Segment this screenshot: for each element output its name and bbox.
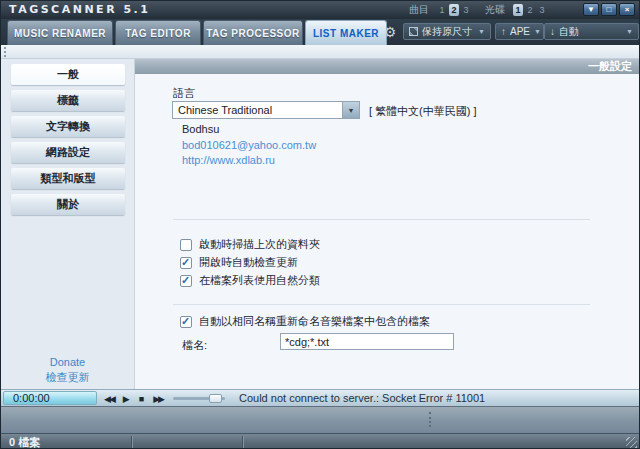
- disc-counter-buttons: 1 2 3: [513, 4, 547, 16]
- language-select-button[interactable]: ▼: [342, 102, 359, 118]
- thumbnail-size-icon: [409, 27, 418, 36]
- translator-name: Bodhsu: [182, 123, 219, 135]
- stop-button[interactable]: ■: [139, 394, 144, 404]
- option-rename-companion-files[interactable]: 自動以相同名稱重新命名音樂檔案中包含的檔案: [180, 315, 430, 328]
- sidebar-links: Donate 檢查更新: [1, 355, 134, 385]
- check-updates-link[interactable]: 檢查更新: [1, 370, 134, 385]
- chevron-down-icon: ▼: [348, 107, 355, 114]
- track-version-2-button[interactable]: 2: [449, 4, 459, 16]
- statusbar-separator: [131, 436, 132, 449]
- tag-read-priority-dropdown[interactable]: ↑ APE ▼: [495, 23, 544, 40]
- checkbox[interactable]: [180, 275, 192, 287]
- option-label: 開啟時自動檢查更新: [199, 255, 298, 270]
- track-counter-buttons: 1 2 3: [437, 4, 471, 16]
- volume-slider-handle[interactable]: [209, 394, 222, 403]
- chevron-down-icon: ▼: [478, 28, 485, 35]
- general-settings-panel: 一般設定 語言 Chinese Traditional ▼ [ 繁體中文(中華民…: [134, 59, 640, 389]
- disc-version-1-button[interactable]: 1: [513, 4, 523, 16]
- language-native-name: [ 繁體中文(中華民國) ]: [369, 104, 477, 119]
- translator-url-link[interactable]: http://www.xdlab.ru: [182, 154, 275, 166]
- sidebar-item-genres-templates[interactable]: 類型和版型: [11, 168, 125, 189]
- app-title: TAGSCANNER 5.1: [9, 3, 150, 16]
- tag-write-value: 自動: [559, 25, 579, 39]
- volume-slider[interactable]: [173, 397, 225, 400]
- tab-list-maker[interactable]: LIST MAKER: [305, 20, 387, 45]
- option-label: 啟動時掃描上次的資料夾: [199, 237, 320, 252]
- down-arrow-icon: ↓: [550, 26, 555, 37]
- status-bar: 0 檔案: [1, 433, 639, 449]
- checkbox[interactable]: [180, 239, 192, 251]
- sidebar-item-about[interactable]: 關於: [11, 194, 125, 215]
- sidebar-item-general[interactable]: 一般: [11, 64, 125, 85]
- options-sidebar: 一般 標籤 文字轉換 網路設定 類型和版型 關於 Donate 檢查更新: [1, 59, 134, 389]
- resize-grip-icon[interactable]: [626, 437, 637, 448]
- app-window: TAGSCANNER 5.1 曲目 1 2 3 光碟 1 2 3 ▼ □ × M…: [0, 0, 640, 449]
- checkbox[interactable]: [180, 257, 192, 269]
- toolbar-strip: [1, 45, 639, 59]
- disc-version-2-button[interactable]: 2: [525, 4, 535, 16]
- donate-link[interactable]: Donate: [1, 355, 134, 370]
- statusbar-separator: [242, 436, 243, 449]
- sidebar-item-network[interactable]: 網路設定: [11, 142, 125, 163]
- disc-counter-label: 光碟: [485, 3, 505, 17]
- player-controls: ◀◀ ▶ ■ ▶▶: [104, 391, 163, 406]
- option-check-updates[interactable]: 開啟時自動檢查更新: [180, 256, 298, 269]
- tab-music-renamer[interactable]: MUSIC RENAMER: [7, 20, 113, 45]
- next-button[interactable]: ▶▶: [153, 394, 163, 404]
- player-status-text: Could not connect to server.: Socket Err…: [239, 390, 485, 407]
- language-label: 語言: [173, 86, 195, 101]
- titlebar-counters: 曲目 1 2 3 光碟 1 2 3: [409, 3, 561, 17]
- track-counter-label: 曲目: [409, 3, 429, 17]
- separator: [173, 304, 590, 305]
- track-version-3-button[interactable]: 3: [461, 4, 471, 16]
- sidebar-item-text-conversion[interactable]: 文字轉換: [11, 116, 125, 137]
- separator: [173, 219, 590, 220]
- filename-label: 檔名:: [182, 338, 207, 353]
- panel-title: 一般設定: [135, 59, 640, 74]
- translator-email-link[interactable]: bod010621@yahoo.com.tw: [182, 139, 316, 151]
- drag-grip-icon[interactable]: [4, 47, 6, 57]
- option-natural-sorting[interactable]: 在檔案列表使用自然分類: [180, 274, 320, 287]
- play-button[interactable]: ▶: [123, 394, 130, 404]
- maximize-button[interactable]: □: [601, 3, 617, 16]
- file-count-text: 0 檔案: [9, 434, 40, 449]
- option-label: 自動以相同名稱重新命名音樂檔案中包含的檔案: [199, 314, 430, 329]
- tab-bar: MUSIC RENAMER TAG EDITOR TAG PROCESSOR L…: [1, 19, 639, 45]
- window-controls: ▼ □ ×: [583, 3, 635, 16]
- main-tabs: MUSIC RENAMER TAG EDITOR TAG PROCESSOR L…: [7, 20, 387, 45]
- thumbnail-size-dropdown[interactable]: 保持原尺寸 ▼: [403, 23, 491, 40]
- option-label: 在檔案列表使用自然分類: [199, 273, 320, 288]
- thumbnail-size-value: 保持原尺寸: [422, 25, 472, 39]
- track-version-1-button[interactable]: 1: [437, 4, 447, 16]
- bottom-panel: [1, 406, 639, 433]
- chevron-down-icon: ▼: [626, 28, 633, 35]
- time-display: 0:00:00: [3, 391, 97, 405]
- up-arrow-icon: ↑: [501, 26, 506, 37]
- splitter-grip-icon[interactable]: [429, 412, 431, 427]
- language-select[interactable]: Chinese Traditional ▼: [172, 101, 360, 119]
- tab-tag-processor[interactable]: TAG PROCESSOR: [203, 20, 303, 45]
- option-scan-last-folder[interactable]: 啟動時掃描上次的資料夾: [180, 238, 320, 251]
- player-bar: 0:00:00 ◀◀ ▶ ■ ▶▶ Could not connect to s…: [1, 389, 639, 406]
- disc-version-3-button[interactable]: 3: [537, 4, 547, 16]
- checkbox[interactable]: [180, 316, 192, 328]
- tab-tag-editor[interactable]: TAG EDITOR: [115, 20, 201, 45]
- chevron-down-icon: ▼: [534, 28, 541, 35]
- language-selected-value: Chinese Traditional: [173, 104, 342, 116]
- settings-gear-icon[interactable]: ⚙: [380, 22, 400, 42]
- filename-patterns-input[interactable]: [280, 333, 454, 350]
- tag-read-priority-value: APE: [510, 26, 530, 37]
- close-button[interactable]: ×: [619, 3, 635, 16]
- title-bar[interactable]: TAGSCANNER 5.1 曲目 1 2 3 光碟 1 2 3 ▼ □ ×: [1, 1, 639, 19]
- tag-write-dropdown[interactable]: ↓ 自動 ▼: [544, 23, 639, 40]
- minimize-button[interactable]: ▼: [583, 3, 599, 16]
- previous-button[interactable]: ◀◀: [104, 394, 114, 404]
- sidebar-item-tags[interactable]: 標籤: [11, 90, 125, 111]
